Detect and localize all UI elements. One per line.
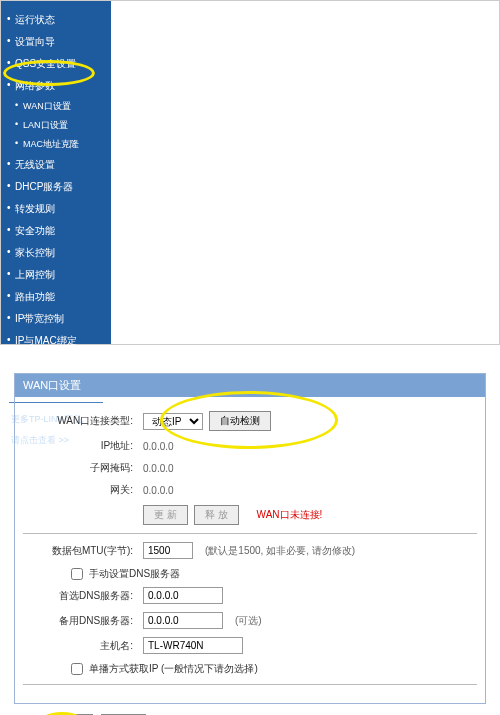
panel-title: WAN口设置	[15, 374, 485, 397]
auto-detect-button[interactable]: 自动检测	[209, 411, 271, 431]
sidebar-item-qss[interactable]: QSS安全设置	[1, 53, 111, 75]
label-dns1: 首选DNS服务器:	[23, 589, 143, 603]
sidebar-item-status[interactable]: 运行状态	[1, 9, 111, 31]
label-gw: 网关:	[23, 483, 143, 497]
sidebar-item-security[interactable]: 安全功能	[1, 220, 111, 242]
row-mask: 子网掩码: 0.0.0.0	[23, 461, 477, 475]
label-host: 主机名:	[23, 639, 143, 653]
wan-settings-panel: WAN口设置 WAN口连接类型: 动态IP 自动检测 IP地址: 0.0.0.0…	[14, 373, 486, 704]
row-host: 主机名:	[23, 637, 477, 654]
row-ip: IP地址: 0.0.0.0	[23, 439, 477, 453]
panel-body: WAN口连接类型: 动态IP 自动检测 IP地址: 0.0.0.0 子网掩码: …	[15, 397, 485, 703]
host-input[interactable]	[143, 637, 243, 654]
sidebar-item-access[interactable]: 上网控制	[1, 264, 111, 286]
sidebar: 运行状态 设置向导 QSS安全设置 网络参数 WAN口设置 LAN口设置 MAC…	[1, 1, 111, 344]
renew-button[interactable]: 更 新	[143, 505, 188, 525]
bottom-section: WAN口设置 WAN口连接类型: 动态IP 自动检测 IP地址: 0.0.0.0…	[0, 363, 500, 715]
value-gw: 0.0.0.0	[143, 485, 174, 496]
sidebar-item-parental[interactable]: 家长控制	[1, 242, 111, 264]
manual-dns-checkbox[interactable]	[71, 568, 83, 580]
sidebar-item-network[interactable]: 网络参数	[1, 75, 111, 97]
sidebar-item-wireless[interactable]: 无线设置	[1, 154, 111, 176]
mtu-note: (默认是1500, 如非必要, 请勿修改)	[205, 544, 355, 558]
row-dns1: 首选DNS服务器:	[23, 587, 477, 604]
wan-status-text: WAN口未连接!	[257, 508, 323, 522]
sidebar-item-ipmac[interactable]: IP与MAC绑定	[1, 330, 111, 352]
row-renew-release: 更 新 释 放 WAN口未连接!	[23, 505, 477, 525]
value-mask: 0.0.0.0	[143, 463, 174, 474]
button-row: 保 存 帮 助	[14, 704, 486, 715]
sidebar-item-forward[interactable]: 转发规则	[1, 198, 111, 220]
row-mtu: 数据包MTU(字节): (默认是1500, 如非必要, 请勿修改)	[23, 542, 477, 559]
label-ip: IP地址:	[23, 439, 143, 453]
divider-2	[23, 684, 477, 685]
main-pane	[111, 1, 499, 344]
mtu-input[interactable]	[143, 542, 193, 559]
label-mtu: 数据包MTU(字节):	[23, 544, 143, 558]
select-conn-type[interactable]: 动态IP	[143, 413, 203, 430]
sidebar-item-routing[interactable]: 路由功能	[1, 286, 111, 308]
sidebar-subitem-wan[interactable]: WAN口设置	[1, 97, 111, 116]
dns1-input[interactable]	[143, 587, 223, 604]
sidebar-subitem-macclone[interactable]: MAC地址克隆	[1, 135, 111, 154]
row-gw: 网关: 0.0.0.0	[23, 483, 477, 497]
sidebar-item-dhcp[interactable]: DHCP服务器	[1, 176, 111, 198]
label-mask: 子网掩码:	[23, 461, 143, 475]
sidebar-item-bandwidth[interactable]: IP带宽控制	[1, 308, 111, 330]
sidebar-subitem-lan[interactable]: LAN口设置	[1, 116, 111, 135]
row-dns2: 备用DNS服务器: (可选)	[23, 612, 477, 629]
row-manual-dns: 手动设置DNS服务器	[23, 567, 477, 581]
release-button[interactable]: 释 放	[194, 505, 239, 525]
dns2-input[interactable]	[143, 612, 223, 629]
unicast-label: 单播方式获取IP (一般情况下请勿选择)	[89, 662, 258, 676]
row-conn-type: WAN口连接类型: 动态IP 自动检测	[23, 411, 477, 431]
value-ip: 0.0.0.0	[143, 441, 174, 452]
label-conn-type: WAN口连接类型:	[23, 414, 143, 428]
divider-1	[23, 533, 477, 534]
manual-dns-label: 手动设置DNS服务器	[89, 567, 180, 581]
row-unicast: 单播方式获取IP (一般情况下请勿选择)	[23, 662, 477, 676]
unicast-checkbox[interactable]	[71, 663, 83, 675]
label-dns2: 备用DNS服务器:	[23, 614, 143, 628]
top-section: 运行状态 设置向导 QSS安全设置 网络参数 WAN口设置 LAN口设置 MAC…	[0, 0, 500, 345]
dns2-note: (可选)	[235, 614, 262, 628]
sidebar-item-wizard[interactable]: 设置向导	[1, 31, 111, 53]
